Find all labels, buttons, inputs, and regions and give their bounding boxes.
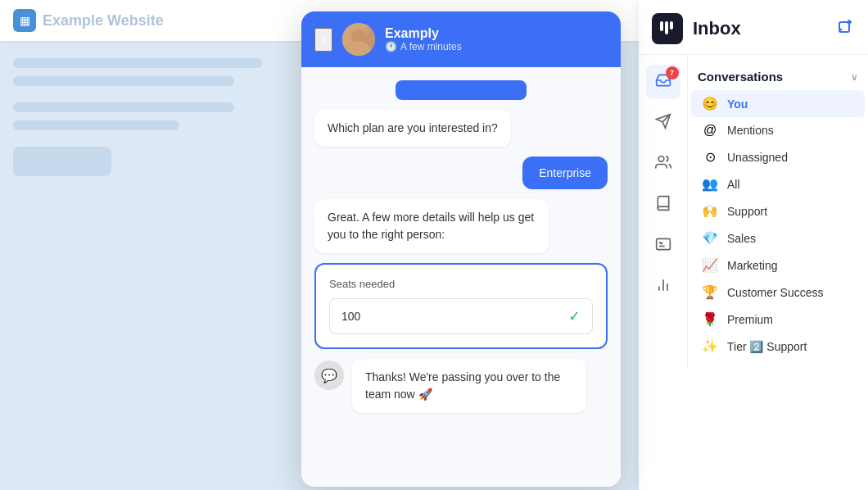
terminal-icon: [655, 236, 671, 256]
chart-icon: [655, 277, 671, 297]
bg-bar-4: [13, 120, 179, 130]
premium-label: Premium: [727, 313, 773, 326]
nav-inbox[interactable]: 7: [646, 65, 680, 99]
mentions-icon: @: [701, 123, 719, 138]
sidebar-item-marketing[interactable]: 📈 Marketing: [691, 252, 865, 279]
logo-area: ▦ Example Website: [13, 9, 164, 32]
clock-icon: 🕐: [385, 41, 397, 52]
send-icon: [655, 113, 671, 134]
avatar-image: [342, 23, 375, 56]
support-label: Support: [727, 205, 767, 218]
all-label: All: [727, 178, 740, 191]
chevron-down-icon: ∨: [851, 71, 858, 83]
conversations-label: Conversations: [698, 70, 851, 84]
chat-avatar: [342, 23, 375, 56]
sidebar-menu-col: Conversations ∨ 😊 You @ Mentions ⊙ Unass…: [688, 55, 868, 368]
site-title: Example Website: [43, 12, 164, 29]
nav-analytics[interactable]: [646, 270, 680, 304]
sidebar-item-premium[interactable]: 🌹 Premium: [691, 306, 865, 333]
compose-button[interactable]: [834, 16, 855, 42]
sidebar-nav: 7: [639, 55, 868, 368]
sidebar-icons-col: 7: [639, 55, 688, 368]
nav-knowledge[interactable]: [646, 188, 680, 222]
bg-button: [13, 147, 111, 176]
nav-send[interactable]: [646, 106, 680, 140]
sidebar-item-support[interactable]: 🙌 Support: [691, 197, 865, 225]
sidebar-header: Inbox: [639, 0, 868, 55]
bg-bar-3: [13, 102, 234, 112]
marketing-label: Marketing: [727, 259, 777, 272]
support-icon: 🙌: [701, 203, 719, 219]
sidebar-title: Inbox: [693, 18, 824, 39]
bg-bar-1: [13, 58, 262, 68]
input-value: 100: [341, 310, 360, 323]
svg-rect-2: [670, 21, 673, 29]
mentions-label: Mentions: [727, 124, 774, 137]
nav-reports[interactable]: [646, 229, 680, 263]
you-label: You: [727, 98, 748, 111]
unassigned-label: Unassigned: [727, 151, 788, 164]
chat-status: 🕐 A few minutes: [385, 41, 462, 52]
message-details: Great. A few more details will help us g…: [314, 199, 549, 253]
intercom-logo-icon: [658, 20, 676, 38]
form-input[interactable]: 100 ✓: [329, 298, 593, 334]
chat-header: ‹ Examply 🕐 A few minutes: [301, 11, 621, 67]
right-sidebar: Inbox 7: [639, 0, 868, 490]
customer-success-icon: 🏆: [701, 284, 719, 300]
contacts-icon: [655, 154, 671, 175]
tier2-icon: ✨: [701, 338, 719, 354]
premium-icon: 🌹: [701, 311, 719, 327]
sidebar-item-you[interactable]: 😊 You: [691, 90, 865, 117]
sidebar-item-unassigned[interactable]: ⊙ Unassigned: [691, 143, 865, 170]
sales-label: Sales: [727, 232, 756, 245]
form-card: Seats needed 100 ✓: [314, 263, 608, 349]
svg-rect-1: [665, 21, 668, 34]
sidebar-logo: [652, 13, 683, 44]
unassigned-icon: ⊙: [701, 149, 719, 165]
chat-widget: ‹ Examply 🕐 A few minutes Which plan are…: [301, 11, 621, 487]
bg-bar-2: [13, 76, 234, 86]
chat-header-info: Examply 🕐 A few minutes: [385, 26, 462, 52]
marketing-icon: 📈: [701, 257, 719, 273]
chat-back-button[interactable]: ‹: [314, 28, 332, 52]
sidebar-item-tier2[interactable]: ✨ Tier 2️⃣ Support: [691, 333, 865, 360]
logo-icon: ▦: [13, 9, 36, 32]
sidebar-item-mentions[interactable]: @ Mentions: [691, 117, 865, 143]
inbox-badge: 7: [666, 66, 679, 79]
svg-point-7: [658, 156, 664, 161]
book-icon: [655, 195, 671, 216]
bg-content: [0, 0, 303, 490]
message-which-plan: Which plan are you interested in?: [314, 110, 511, 147]
message-passing: Thanks! We're passing you over to the te…: [352, 359, 586, 413]
tier2-label: Tier 2️⃣ Support: [727, 340, 807, 353]
sales-icon: 💎: [701, 230, 719, 246]
status-text: A few minutes: [400, 41, 462, 52]
sidebar-item-all[interactable]: 👥 All: [691, 170, 865, 197]
message-icon: 💬: [314, 361, 344, 390]
chat-body: Which plan are you interested in? Enterp…: [301, 67, 621, 487]
all-icon: 👥: [701, 176, 719, 192]
svg-rect-8: [656, 238, 670, 249]
form-label: Seats needed: [329, 278, 593, 290]
customer-success-label: Customer Success: [727, 286, 823, 299]
check-icon: ✓: [568, 307, 581, 325]
sidebar-item-sales[interactable]: 💎 Sales: [691, 225, 865, 252]
you-icon: 😊: [701, 96, 719, 111]
chat-name: Examply: [385, 26, 462, 41]
message-enterprise: Enterprise: [522, 157, 608, 189]
conversations-section-header[interactable]: Conversations ∨: [688, 63, 868, 90]
svg-rect-0: [660, 21, 663, 31]
nav-contacts[interactable]: [646, 147, 680, 181]
sidebar-item-customer-success[interactable]: 🏆 Customer Success: [691, 279, 865, 306]
chat-top-button[interactable]: [396, 80, 527, 100]
message-passing-row: 💬 Thanks! We're passing you over to the …: [314, 359, 608, 413]
